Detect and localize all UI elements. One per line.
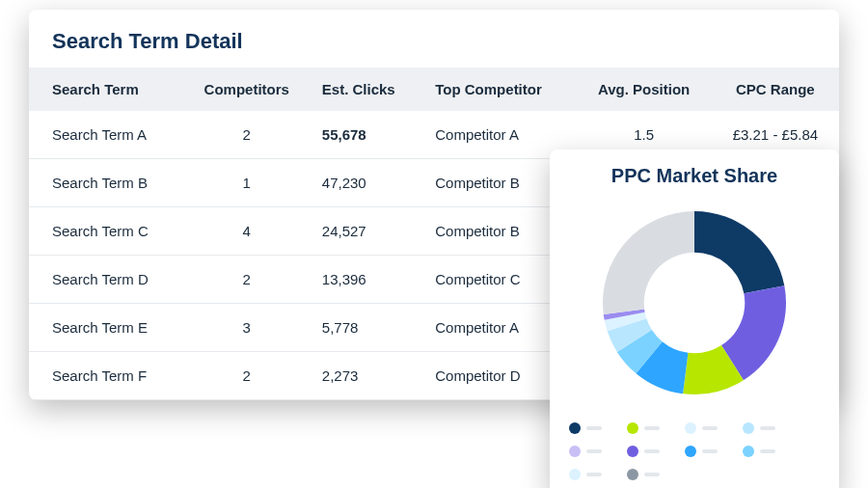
legend-item[interactable] [743,446,775,457]
legend-swatch-icon [569,469,581,480]
col-avgpos[interactable]: Avg. Position [576,68,711,111]
legend-line-icon [586,449,602,453]
cell-term: Search Term A [29,111,183,159]
legend-item[interactable] [743,422,775,434]
cell-competitors: 2 [183,256,311,304]
donut-slice[interactable] [694,211,784,293]
ppc-market-share-card: PPC Market Share [550,149,839,488]
cell-term: Search Term F [29,352,183,400]
legend-swatch-icon [685,422,696,434]
legend-line-icon [702,449,718,453]
cell-clicks: 13,396 [311,256,423,304]
legend-item[interactable] [569,446,602,457]
legend-item[interactable] [627,469,660,480]
cell-competitors: 3 [183,304,311,352]
cell-term: Search Term B [29,159,183,207]
legend-item[interactable] [627,446,660,457]
legend-line-icon [760,426,775,430]
legend-line-icon [760,449,775,453]
legend-swatch-icon [627,446,638,457]
legend-item[interactable] [569,469,602,480]
col-top[interactable]: Top Competitor [423,68,576,111]
cell-clicks: 24,527 [311,207,423,256]
chart-title: PPC Market Share [563,165,826,187]
legend-line-icon [644,473,660,476]
cell-term: Search Term C [29,207,183,256]
legend-swatch-icon [743,446,754,457]
col-cpc[interactable]: CPC Range [712,68,839,111]
legend-swatch-icon [569,422,581,434]
legend-swatch-icon [627,469,638,480]
page-title: Search Term Detail [29,29,839,68]
cell-competitors: 4 [183,207,311,256]
legend-line-icon [586,426,602,430]
cell-term: Search Term D [29,256,183,304]
cell-competitors: 2 [183,111,311,159]
legend-item[interactable] [685,422,718,434]
cell-clicks: 5,778 [311,304,423,352]
legend-line-icon [644,449,660,453]
legend-line-icon [644,426,660,430]
legend-line-icon [586,473,602,476]
legend-swatch-icon [743,422,754,434]
cell-clicks: 55,678 [311,111,423,159]
legend-swatch-icon [627,422,638,434]
legend-item[interactable] [627,422,660,434]
table-header-row: Search Term Competitors Est. Clicks Top … [29,68,839,111]
chart-legend [563,422,826,480]
legend-swatch-icon [569,446,581,457]
cell-term: Search Term E [29,304,183,352]
cell-clicks: 47,230 [311,159,423,207]
cell-competitors: 2 [183,352,311,400]
legend-line-icon [702,426,718,430]
donut-slice[interactable] [603,211,694,314]
col-competitors[interactable]: Competitors [183,68,311,111]
legend-item[interactable] [685,446,718,457]
donut-chart [563,197,826,409]
legend-item[interactable] [569,422,602,434]
col-term[interactable]: Search Term [29,68,183,111]
cell-competitors: 1 [183,159,311,207]
cell-clicks: 2,273 [311,352,423,400]
col-clicks[interactable]: Est. Clicks [311,68,423,111]
legend-swatch-icon [685,446,696,457]
